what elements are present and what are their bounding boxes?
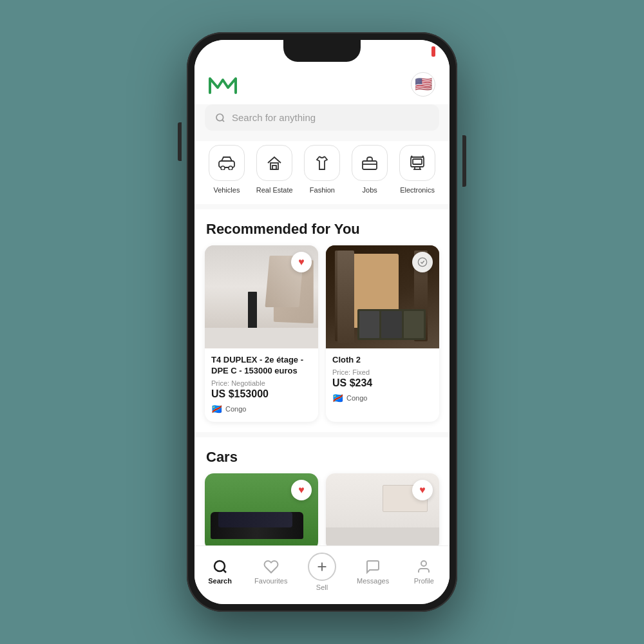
favorite-btn-car2[interactable]: ♥: [412, 480, 433, 500]
sell-btn-circle[interactable]: [308, 553, 336, 581]
fashion-label: Fashion: [310, 186, 335, 194]
sell-nav-label: Sell: [316, 583, 328, 591]
product-card-1[interactable]: ♥ T4 DUPLEX - 2e étage - DPE C - 153000 …: [205, 245, 318, 422]
electronics-icon-wrap: [399, 145, 435, 181]
car-card-1[interactable]: ♥: [205, 473, 318, 551]
electronics-label: Electronics: [400, 186, 435, 194]
real-estate-label: Real Estate: [256, 186, 293, 194]
svg-point-16: [418, 258, 426, 266]
phone-screen: 🇺🇸 Search for anything: [194, 40, 450, 604]
svg-point-4: [229, 166, 232, 170]
nav-messages[interactable]: Messages: [354, 559, 392, 585]
favorite-btn-car1[interactable]: ♥: [291, 480, 312, 500]
category-fashion[interactable]: Fashion: [304, 145, 340, 194]
car-card-2[interactable]: ♥: [326, 473, 439, 551]
categories-bar: Vehicles Real Estate: [194, 141, 450, 204]
product-card-2[interactable]: Cloth 2 Price: Fixed US $234 🇨🇩 Congo: [326, 245, 439, 422]
svg-point-3: [221, 166, 225, 170]
fashion-icon-wrap: [304, 145, 340, 181]
country-flag[interactable]: 🇺🇸: [411, 72, 435, 97]
unfav-icon: [417, 257, 428, 267]
svg-point-0: [216, 114, 223, 121]
nav-search[interactable]: Search: [201, 559, 240, 585]
nav-profile[interactable]: Profile: [404, 559, 443, 585]
car-image-1: ♥: [205, 473, 318, 551]
location-flag-2: 🇨🇩: [332, 393, 343, 403]
fashion-icon: [314, 155, 330, 171]
search-nav-label: Search: [208, 577, 232, 585]
svg-line-18: [223, 570, 225, 573]
favorite-btn-2[interactable]: [412, 252, 433, 272]
location-name-2: Congo: [346, 394, 367, 402]
product-price-2: US $234: [332, 377, 433, 389]
category-vehicles[interactable]: Vehicles: [209, 145, 245, 194]
jobs-icon: [361, 156, 378, 170]
svg-rect-6: [272, 166, 276, 169]
vehicles-icon-wrap: [209, 145, 245, 181]
real-estate-icon-wrap: [256, 145, 292, 181]
search-nav-icon: [213, 559, 228, 574]
svg-rect-5: [270, 163, 278, 169]
nav-sell[interactable]: Sell: [303, 553, 341, 591]
category-real-estate[interactable]: Real Estate: [256, 145, 293, 194]
profile-nav-label: Profile: [414, 577, 434, 585]
favourites-nav-icon: [263, 559, 279, 574]
battery-indicator: [431, 46, 435, 57]
location-flag-1: 🇨🇩: [211, 404, 222, 414]
recommended-section: Recommended for You ♥ T4 DU: [194, 209, 450, 432]
svg-rect-15: [413, 159, 422, 164]
profile-nav-icon: [416, 559, 431, 574]
product-info-1: T4 DUPLEX - 2e étage - DPE C - 153000 eu…: [205, 348, 318, 422]
electronics-icon: [409, 155, 426, 171]
vehicles-label: Vehicles: [213, 186, 240, 194]
screen-content: 🇺🇸 Search for anything: [194, 40, 450, 604]
cars-title: Cars: [194, 437, 450, 473]
search-placeholder: Search for anything: [232, 112, 316, 123]
product-price-1: US $153000: [211, 388, 312, 400]
favourites-nav-label: Favourites: [254, 577, 287, 585]
product-image-1: ♥: [205, 245, 318, 348]
category-jobs[interactable]: Jobs: [352, 145, 388, 194]
product-title-2: Cloth 2: [332, 355, 433, 366]
category-electronics[interactable]: Electronics: [399, 145, 435, 194]
logo-icon: [209, 75, 237, 94]
real-estate-icon: [266, 155, 283, 171]
car-image-2: ♥: [326, 473, 439, 551]
svg-point-17: [214, 561, 225, 571]
search-icon: [215, 113, 225, 123]
phone-frame: 🇺🇸 Search for anything: [187, 32, 457, 612]
recommended-title: Recommended for You: [194, 209, 450, 245]
messages-nav-label: Messages: [357, 577, 389, 585]
svg-line-1: [222, 120, 224, 122]
product-info-2: Cloth 2 Price: Fixed US $234 🇨🇩 Congo: [326, 348, 439, 411]
jobs-icon-wrap: [352, 145, 388, 181]
svg-point-21: [421, 561, 426, 566]
favorite-btn-1[interactable]: ♥: [291, 252, 312, 272]
product-price-label-1: Price: Negotiable: [211, 379, 312, 387]
jobs-label: Jobs: [363, 186, 377, 194]
location-name-1: Congo: [225, 405, 246, 413]
svg-rect-7: [363, 161, 377, 169]
cars-section: Cars ♥: [194, 437, 450, 561]
product-title-1: T4 DUPLEX - 2e étage - DPE C - 153000 eu…: [211, 355, 312, 377]
recommended-grid: ♥ T4 DUPLEX - 2e étage - DPE C - 153000 …: [194, 245, 450, 432]
product-location-2: 🇨🇩 Congo: [332, 393, 433, 403]
vehicles-icon: [218, 156, 235, 170]
nav-favourites[interactable]: Favourites: [252, 559, 290, 585]
app-logo: [209, 75, 237, 94]
product-location-1: 🇨🇩 Congo: [211, 404, 312, 414]
phone-notch: [283, 40, 361, 62]
bottom-navigation: Search Favourites Sell: [194, 545, 450, 604]
sell-plus-icon: [315, 560, 329, 574]
product-image-2: [326, 245, 439, 348]
product-price-label-2: Price: Fixed: [332, 368, 433, 376]
search-bar[interactable]: Search for anything: [205, 104, 439, 131]
messages-nav-icon: [365, 559, 381, 574]
